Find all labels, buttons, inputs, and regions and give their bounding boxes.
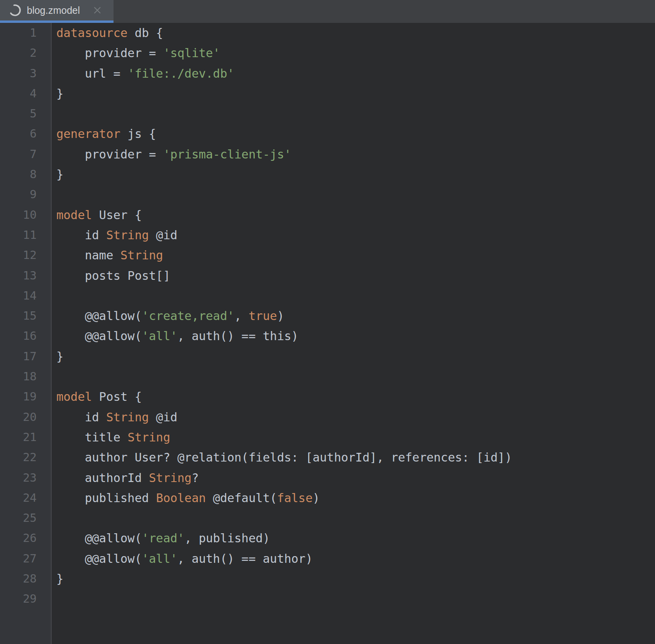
code-token-def: @id	[149, 228, 177, 242]
code-token-def: title	[56, 430, 128, 444]
line-number: 23	[0, 468, 51, 488]
code-token-str: 'file:./dev.db'	[128, 67, 234, 80]
line-number: 28	[0, 569, 51, 589]
code-token-def: @@allow(	[56, 309, 142, 323]
line-number: 5	[0, 104, 51, 124]
tab-bar: blog.zmodel	[0, 0, 655, 23]
code-token-type: String	[128, 430, 170, 444]
line-number: 21	[0, 427, 51, 447]
code-line[interactable]: @@allow('read', published)	[56, 528, 655, 548]
code-token-def: authorId	[56, 471, 149, 485]
loading-spinner-icon	[9, 4, 21, 17]
line-number: 3	[0, 63, 51, 84]
code-line[interactable]: authorId String?	[56, 468, 655, 488]
line-number: 12	[0, 245, 51, 265]
code-token-def: , published)	[184, 531, 270, 545]
close-icon[interactable]	[93, 6, 102, 15]
code-line[interactable]: @@allow('all', auth() == author)	[56, 549, 655, 569]
code-line[interactable]	[56, 286, 655, 306]
code-line[interactable]: provider = 'prisma-client-js'	[56, 144, 655, 164]
code-token-def: provider =	[56, 46, 163, 60]
code-token-type: String	[106, 410, 149, 424]
line-number: 18	[0, 367, 51, 387]
code-token-def: )	[277, 309, 284, 323]
code-token-def: }	[56, 350, 63, 363]
code-token-def: , auth() == this)	[177, 329, 298, 343]
line-number: 24	[0, 488, 51, 508]
code-line[interactable]: @@allow('create,read', true)	[56, 306, 655, 326]
tab-title: blog.zmodel	[27, 5, 80, 16]
line-number: 27	[0, 549, 51, 569]
code-token-str: 'all'	[142, 329, 177, 343]
code-line[interactable]: }	[56, 84, 655, 104]
line-number: 11	[0, 225, 51, 245]
code-line[interactable]: posts Post[]	[56, 266, 655, 286]
line-number: 26	[0, 528, 51, 548]
code-line[interactable]: url = 'file:./dev.db'	[56, 63, 655, 84]
code-line[interactable]: }	[56, 569, 655, 589]
line-number: 2	[0, 43, 51, 63]
line-number: 22	[0, 447, 51, 467]
code-token-type: String	[149, 471, 192, 485]
line-number: 16	[0, 326, 51, 346]
code-line[interactable]: @@allow('all', auth() == this)	[56, 326, 655, 346]
code-token-def: }	[56, 87, 63, 101]
code-token-str: 'sqlite'	[163, 46, 220, 60]
code-token-def: }	[56, 572, 63, 586]
code-token-kw: generator	[56, 127, 121, 141]
code-token-def: posts Post[]	[56, 269, 170, 283]
code-token-def: ?	[192, 471, 199, 485]
code-token-def: )	[313, 491, 320, 505]
code-token-kw: datasource	[56, 26, 128, 40]
code-token-def: ,	[234, 309, 249, 323]
code-token-def: @@allow(	[56, 552, 142, 566]
code-token-def: , auth() == author)	[177, 552, 313, 566]
code-line[interactable]: provider = 'sqlite'	[56, 43, 655, 63]
line-number: 7	[0, 144, 51, 164]
code-token-def: @default(	[206, 491, 277, 505]
code-token-def: }	[56, 168, 63, 181]
line-number: 14	[0, 286, 51, 306]
code-token-str: 'create,read'	[142, 309, 234, 323]
code-line[interactable]: author User? @relation(fields: [authorId…	[56, 447, 655, 467]
code-line[interactable]: datasource db {	[56, 23, 655, 43]
line-number: 10	[0, 205, 51, 225]
tab-blog-zmodel[interactable]: blog.zmodel	[0, 0, 114, 23]
code-token-def: provider =	[56, 147, 163, 161]
code-line[interactable]: title String	[56, 427, 655, 447]
code-token-def: id	[56, 410, 106, 424]
code-token-def: @id	[149, 410, 177, 424]
code-token-def: url =	[56, 67, 128, 80]
line-number: 20	[0, 407, 51, 427]
code-token-def: author User? @relation(fields: [authorId…	[56, 450, 512, 464]
line-number: 1	[0, 23, 51, 43]
code-line[interactable]	[56, 508, 655, 528]
editor: 1234567891011121314151617181920212223242…	[0, 23, 655, 644]
code-line[interactable]	[56, 104, 655, 124]
code-token-def: @@allow(	[56, 329, 142, 343]
code-token-def: Post {	[92, 390, 141, 404]
line-number: 4	[0, 84, 51, 104]
code-token-const: true	[249, 309, 277, 323]
code-line[interactable]: name String	[56, 245, 655, 265]
code-line[interactable]: model User {	[56, 205, 655, 225]
line-number: 6	[0, 124, 51, 144]
code-token-def: name	[56, 248, 121, 262]
line-number: 9	[0, 184, 51, 205]
code-line[interactable]	[56, 589, 655, 609]
code-token-const: false	[277, 491, 313, 505]
code-token-str: 'all'	[142, 552, 177, 566]
code-line[interactable]	[56, 367, 655, 387]
line-number: 15	[0, 306, 51, 326]
line-number: 25	[0, 508, 51, 528]
code-line[interactable]: generator js {	[56, 124, 655, 144]
code-line[interactable]: model Post {	[56, 387, 655, 407]
code-token-def: db {	[128, 26, 163, 40]
code-token-def: published	[56, 491, 156, 505]
code-line[interactable]	[56, 184, 655, 205]
code-line[interactable]: published Boolean @default(false)	[56, 488, 655, 508]
code-line[interactable]: id String @id	[56, 407, 655, 427]
code-line[interactable]: id String @id	[56, 225, 655, 245]
code-line[interactable]: }	[56, 164, 655, 184]
code-line[interactable]: }	[56, 346, 655, 367]
